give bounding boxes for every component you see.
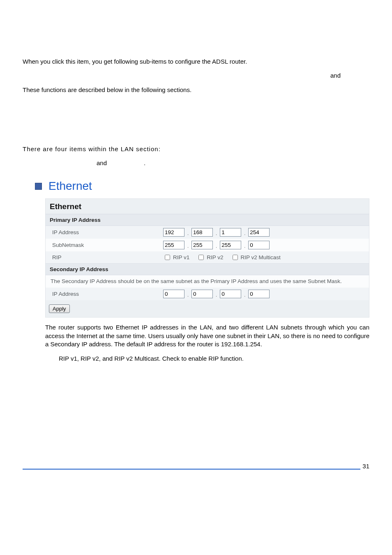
secondary-ip-3[interactable] bbox=[220, 290, 241, 298]
intro-p1: When you click this item, you get follow… bbox=[23, 58, 369, 66]
primary-ip-1[interactable] bbox=[163, 228, 184, 237]
rip-v1-label: RIP v1 bbox=[173, 254, 189, 260]
rip-v1-checkbox[interactable] bbox=[165, 255, 170, 260]
primary-ip-2[interactable] bbox=[191, 228, 213, 237]
rip-v2m-label: RIP v2 Multicast bbox=[241, 254, 281, 260]
dot-icon: . bbox=[214, 292, 218, 298]
dot-icon: . bbox=[243, 244, 247, 249]
section-bullet-icon bbox=[35, 183, 42, 190]
dot-icon: . bbox=[186, 231, 190, 237]
subnet-3[interactable] bbox=[220, 241, 241, 249]
dot-icon: . bbox=[243, 231, 247, 237]
rip-v2-label: RIP v2 bbox=[207, 254, 223, 260]
intro-and: and bbox=[23, 71, 369, 80]
primary-ip-header: Primary IP Address bbox=[46, 214, 369, 226]
primary-ip-4[interactable] bbox=[248, 228, 270, 237]
dot-icon: . bbox=[243, 292, 247, 298]
row-ip-address: IP Address . . . bbox=[46, 226, 369, 239]
subnet-4[interactable] bbox=[248, 241, 270, 249]
section-title: Ethernet bbox=[48, 180, 92, 193]
subnet-2[interactable] bbox=[191, 241, 213, 249]
secondary-ip-header: Secondary IP Address bbox=[46, 263, 369, 275]
label-rip: RIP bbox=[50, 254, 163, 260]
ethernet-panel: Ethernet Primary IP Address IP Address .… bbox=[45, 198, 369, 318]
dot-icon: . bbox=[214, 244, 218, 249]
row-rip: RIP RIP v1 RIP v2 RIP v2 Multicast bbox=[46, 251, 369, 263]
label-secondary-ip: IP Address bbox=[50, 291, 163, 297]
rip-v2-checkbox[interactable] bbox=[198, 255, 204, 260]
secondary-ip-1[interactable] bbox=[163, 290, 184, 298]
page-number: 31 bbox=[360, 463, 369, 470]
secondary-ip-2[interactable] bbox=[191, 290, 213, 298]
intro-p2: These functions are described below in t… bbox=[23, 86, 369, 94]
dot-icon: . bbox=[186, 292, 190, 298]
lan-line2: and. bbox=[23, 159, 369, 167]
rip-paragraph: RIP v1, RIP v2, and RIP v2 Multicast. Ch… bbox=[59, 355, 369, 363]
subnet-1[interactable] bbox=[163, 241, 184, 249]
lan-line1: There are four items within the LAN sect… bbox=[23, 145, 369, 153]
body-paragraph: The router supports two Ethernet IP addr… bbox=[45, 323, 369, 348]
secondary-ip-4[interactable] bbox=[248, 290, 270, 298]
panel-title: Ethernet bbox=[46, 199, 369, 214]
dot-icon: . bbox=[214, 231, 218, 237]
footer-line: 31 bbox=[23, 461, 369, 470]
row-subnet: SubNetmask . . . bbox=[46, 239, 369, 251]
secondary-note: The Secondary IP Address should be on th… bbox=[46, 275, 369, 288]
label-ip: IP Address bbox=[50, 229, 163, 235]
rip-v2m-checkbox[interactable] bbox=[233, 255, 238, 260]
dot-icon: . bbox=[186, 244, 190, 249]
label-subnet: SubNetmask bbox=[50, 242, 163, 248]
primary-ip-3[interactable] bbox=[220, 228, 241, 237]
apply-button[interactable]: Apply bbox=[49, 304, 70, 313]
row-secondary-ip: IP Address . . . bbox=[46, 288, 369, 300]
